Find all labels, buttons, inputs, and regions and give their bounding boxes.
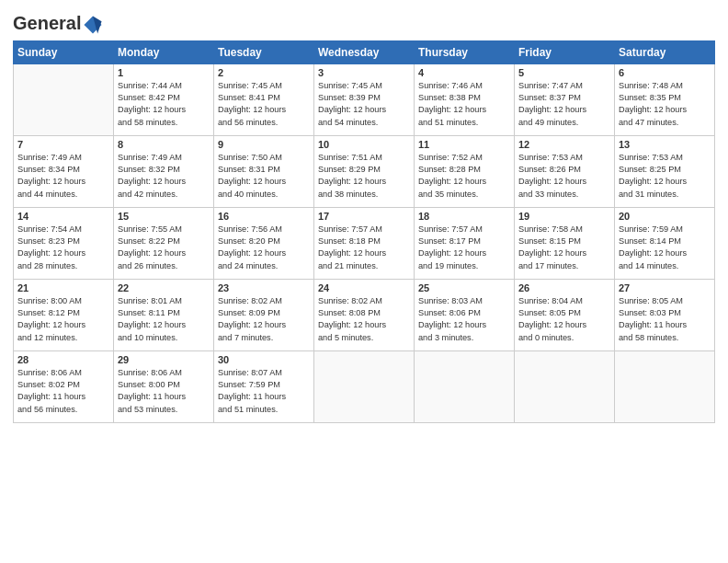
day-number: 3	[318, 67, 410, 78]
cell-info: Sunrise: 8:02 AMSunset: 8:09 PMDaylight:…	[218, 296, 286, 342]
day-number: 29	[118, 354, 210, 365]
cell-info: Sunrise: 8:02 AMSunset: 8:08 PMDaylight:…	[318, 296, 386, 342]
day-number: 10	[318, 139, 410, 150]
calendar-cell: 14Sunrise: 7:54 AMSunset: 8:23 PMDayligh…	[14, 207, 114, 279]
day-number: 20	[619, 211, 711, 222]
cell-info: Sunrise: 7:45 AMSunset: 8:41 PMDaylight:…	[218, 81, 286, 127]
calendar-cell: 29Sunrise: 8:06 AMSunset: 8:00 PMDayligh…	[114, 350, 214, 422]
calendar-cell: 10Sunrise: 7:51 AMSunset: 8:29 PMDayligh…	[314, 135, 415, 207]
day-number: 30	[218, 354, 310, 365]
cell-info: Sunrise: 8:06 AMSunset: 8:02 PMDaylight:…	[17, 368, 85, 414]
day-number: 21	[17, 282, 109, 293]
cell-info: Sunrise: 8:00 AMSunset: 8:12 PMDaylight:…	[17, 296, 85, 342]
day-number: 8	[118, 139, 210, 150]
calendar-cell: 24Sunrise: 8:02 AMSunset: 8:08 PMDayligh…	[314, 279, 415, 350]
week-row-4: 21Sunrise: 8:00 AMSunset: 8:12 PMDayligh…	[14, 279, 715, 350]
weekday-header-saturday: Saturday	[615, 40, 715, 63]
week-row-3: 14Sunrise: 7:54 AMSunset: 8:23 PMDayligh…	[14, 207, 715, 279]
cell-info: Sunrise: 7:59 AMSunset: 8:14 PMDaylight:…	[619, 224, 687, 270]
logo-text: General	[13, 13, 103, 35]
cell-info: Sunrise: 7:52 AMSunset: 8:28 PMDaylight:…	[418, 153, 486, 199]
calendar-cell: 26Sunrise: 8:04 AMSunset: 8:05 PMDayligh…	[515, 279, 615, 350]
calendar-cell: 3Sunrise: 7:45 AMSunset: 8:39 PMDaylight…	[314, 63, 415, 135]
calendar-cell: 21Sunrise: 8:00 AMSunset: 8:12 PMDayligh…	[14, 279, 114, 350]
calendar-table: SundayMondayTuesdayWednesdayThursdayFrid…	[13, 40, 715, 423]
calendar-cell: 22Sunrise: 8:01 AMSunset: 8:11 PMDayligh…	[114, 279, 214, 350]
calendar-cell: 11Sunrise: 7:52 AMSunset: 8:28 PMDayligh…	[415, 135, 515, 207]
day-number: 1	[118, 67, 210, 78]
page-container: General SundayMondayTuesdayWednesdayThur…	[0, 0, 728, 563]
day-number: 22	[118, 282, 210, 293]
day-number: 26	[518, 282, 610, 293]
cell-info: Sunrise: 7:50 AMSunset: 8:31 PMDaylight:…	[218, 153, 286, 199]
header: General	[13, 9, 715, 35]
day-number: 12	[518, 139, 610, 150]
calendar-cell	[415, 350, 515, 422]
day-number: 24	[318, 282, 410, 293]
calendar-cell: 17Sunrise: 7:57 AMSunset: 8:18 PMDayligh…	[314, 207, 415, 279]
cell-info: Sunrise: 8:05 AMSunset: 8:03 PMDaylight:…	[619, 296, 687, 342]
day-number: 6	[619, 67, 711, 78]
calendar-cell: 28Sunrise: 8:06 AMSunset: 8:02 PMDayligh…	[14, 350, 114, 422]
weekday-header-monday: Monday	[114, 40, 214, 63]
calendar-cell: 13Sunrise: 7:53 AMSunset: 8:25 PMDayligh…	[615, 135, 715, 207]
day-number: 14	[17, 211, 109, 222]
week-row-2: 7Sunrise: 7:49 AMSunset: 8:34 PMDaylight…	[14, 135, 715, 207]
cell-info: Sunrise: 8:01 AMSunset: 8:11 PMDaylight:…	[118, 296, 186, 342]
cell-info: Sunrise: 7:44 AMSunset: 8:42 PMDaylight:…	[118, 81, 186, 127]
calendar-cell: 2Sunrise: 7:45 AMSunset: 8:41 PMDaylight…	[214, 63, 314, 135]
cell-info: Sunrise: 7:51 AMSunset: 8:29 PMDaylight:…	[318, 153, 386, 199]
cell-info: Sunrise: 7:56 AMSunset: 8:20 PMDaylight:…	[218, 224, 286, 270]
cell-info: Sunrise: 7:46 AMSunset: 8:38 PMDaylight:…	[418, 81, 486, 127]
weekday-header-tuesday: Tuesday	[214, 40, 314, 63]
day-number: 15	[118, 211, 210, 222]
day-number: 11	[418, 139, 510, 150]
calendar-cell: 25Sunrise: 8:03 AMSunset: 8:06 PMDayligh…	[415, 279, 515, 350]
cell-info: Sunrise: 7:55 AMSunset: 8:22 PMDaylight:…	[118, 224, 186, 270]
cell-info: Sunrise: 7:57 AMSunset: 8:18 PMDaylight:…	[318, 224, 386, 270]
cell-info: Sunrise: 7:47 AMSunset: 8:37 PMDaylight:…	[518, 81, 586, 127]
calendar-cell: 16Sunrise: 7:56 AMSunset: 8:20 PMDayligh…	[214, 207, 314, 279]
calendar-cell	[615, 350, 715, 422]
calendar-cell: 6Sunrise: 7:48 AMSunset: 8:35 PMDaylight…	[615, 63, 715, 135]
calendar-cell: 19Sunrise: 7:58 AMSunset: 8:15 PMDayligh…	[515, 207, 615, 279]
cell-info: Sunrise: 8:06 AMSunset: 8:00 PMDaylight:…	[118, 368, 186, 414]
cell-info: Sunrise: 8:04 AMSunset: 8:05 PMDaylight:…	[518, 296, 586, 342]
day-number: 7	[17, 139, 109, 150]
day-number: 28	[17, 354, 109, 365]
weekday-header-sunday: Sunday	[14, 40, 114, 63]
calendar-cell: 23Sunrise: 8:02 AMSunset: 8:09 PMDayligh…	[214, 279, 314, 350]
calendar-cell	[515, 350, 615, 422]
calendar-cell: 20Sunrise: 7:59 AMSunset: 8:14 PMDayligh…	[615, 207, 715, 279]
cell-info: Sunrise: 7:48 AMSunset: 8:35 PMDaylight:…	[619, 81, 687, 127]
cell-info: Sunrise: 8:03 AMSunset: 8:06 PMDaylight:…	[418, 296, 486, 342]
calendar-cell: 30Sunrise: 8:07 AMSunset: 7:59 PMDayligh…	[214, 350, 314, 422]
day-number: 16	[218, 211, 310, 222]
day-number: 17	[318, 211, 410, 222]
day-number: 27	[619, 282, 711, 293]
calendar-cell: 5Sunrise: 7:47 AMSunset: 8:37 PMDaylight…	[515, 63, 615, 135]
calendar-cell: 9Sunrise: 7:50 AMSunset: 8:31 PMDaylight…	[214, 135, 314, 207]
cell-info: Sunrise: 8:07 AMSunset: 7:59 PMDaylight:…	[218, 368, 286, 414]
weekday-header-row: SundayMondayTuesdayWednesdayThursdayFrid…	[14, 40, 715, 63]
calendar-cell: 7Sunrise: 7:49 AMSunset: 8:34 PMDaylight…	[14, 135, 114, 207]
week-row-5: 28Sunrise: 8:06 AMSunset: 8:02 PMDayligh…	[14, 350, 715, 422]
logo: General	[13, 13, 103, 35]
day-number: 5	[518, 67, 610, 78]
day-number: 2	[218, 67, 310, 78]
cell-info: Sunrise: 7:49 AMSunset: 8:32 PMDaylight:…	[118, 153, 186, 199]
calendar-cell	[14, 63, 114, 135]
day-number: 25	[418, 282, 510, 293]
calendar-cell	[314, 350, 415, 422]
calendar-cell: 15Sunrise: 7:55 AMSunset: 8:22 PMDayligh…	[114, 207, 214, 279]
cell-info: Sunrise: 7:57 AMSunset: 8:17 PMDaylight:…	[418, 224, 486, 270]
calendar-cell: 4Sunrise: 7:46 AMSunset: 8:38 PMDaylight…	[415, 63, 515, 135]
day-number: 23	[218, 282, 310, 293]
weekday-header-thursday: Thursday	[415, 40, 515, 63]
day-number: 13	[619, 139, 711, 150]
calendar-cell: 12Sunrise: 7:53 AMSunset: 8:26 PMDayligh…	[515, 135, 615, 207]
day-number: 18	[418, 211, 510, 222]
cell-info: Sunrise: 7:45 AMSunset: 8:39 PMDaylight:…	[318, 81, 386, 127]
cell-info: Sunrise: 7:53 AMSunset: 8:25 PMDaylight:…	[619, 153, 687, 199]
cell-info: Sunrise: 7:58 AMSunset: 8:15 PMDaylight:…	[518, 224, 586, 270]
